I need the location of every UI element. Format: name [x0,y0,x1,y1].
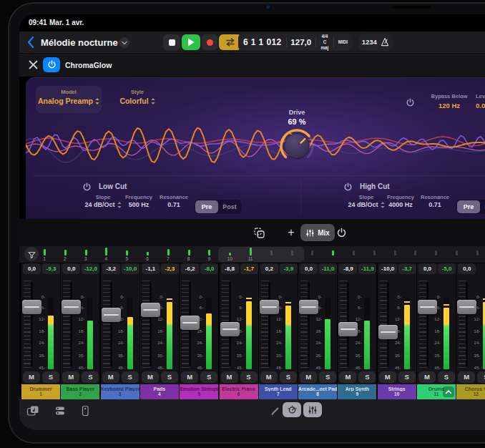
solo-button[interactable]: S [319,371,336,383]
lcd-display[interactable]: 6 1 1 012 127,0 4/4 C maj MIDI [238,34,353,51]
controls-view-button[interactable] [283,402,301,417]
overview-scroll-window[interactable] [218,247,304,262]
track-name[interactable]: Arcade...eet Pad8 [298,384,337,399]
mute-button[interactable]: M [23,371,40,383]
fader-cap[interactable] [62,300,81,314]
mute-button[interactable]: M [458,371,475,383]
back-button[interactable] [26,35,36,52]
high-cut-post-button[interactable]: Post [480,200,485,213]
mix-view-button[interactable]: Mix [300,224,335,241]
high-cut-resonance-value[interactable]: 0.71 [413,201,456,208]
solo-button[interactable]: S [42,371,59,383]
volume-readout[interactable]: 0,0 [418,263,436,274]
solo-button[interactable]: S [200,371,217,383]
bypass-power-button[interactable] [406,97,415,110]
plugin-power-button[interactable] [43,57,60,72]
track-name[interactable]: Drums11 [417,384,456,399]
model-value: Analog Preamp [38,97,93,105]
solo-button[interactable]: S [280,371,297,383]
mute-button[interactable]: M [379,371,396,383]
low-cut-resonance-value[interactable]: 0.71 [152,201,195,208]
solo-button[interactable]: S [398,371,416,383]
track-name[interactable]: Chorus V12 [456,384,485,399]
fader-cap[interactable] [260,300,279,314]
mute-button[interactable]: M [102,371,119,383]
model-selector[interactable]: Model Analog Preamp [36,86,102,113]
volume-readout[interactable]: 0,2 [260,263,278,274]
level-control[interactable]: Level 0.0 [476,93,485,109]
fader-cap[interactable] [220,322,240,336]
duplicate-button[interactable] [250,225,268,240]
low-cut-post-button[interactable]: Post [218,200,241,213]
close-plugin-button[interactable] [28,59,39,73]
volume-readout[interactable]: -8,9 [339,263,357,274]
volume-readout[interactable]: -8,8 [221,263,239,274]
volume-readout[interactable]: 0,0 [62,263,80,274]
count-in-group[interactable]: 1234 [359,34,393,51]
fader-cap[interactable] [180,316,200,330]
volume-readout[interactable]: -10,0 [379,263,397,274]
fader-cap[interactable] [102,308,121,322]
style-selector[interactable]: Style Colorful [104,86,170,113]
fader-cap[interactable] [299,300,318,314]
track-name[interactable]: Keyboard Player3 [101,384,139,399]
high-cut-pre-button[interactable]: Pre [457,200,480,213]
track-name[interactable]: Synth Lead7 [259,384,298,399]
track-name[interactable]: Bass Player2 [61,384,99,399]
fader-cap[interactable] [418,300,437,314]
solo-button[interactable]: S [477,371,485,383]
mute-button[interactable]: M [181,371,198,383]
track-name[interactable]: Strings10 [378,384,416,399]
fader-cap[interactable] [378,325,398,339]
count-in-button[interactable]: 1234 [362,39,377,46]
low-cut-pre-button[interactable]: Pre [195,200,218,213]
mute-button[interactable]: M [221,371,238,383]
volume-readout[interactable]: 0,0 [300,263,318,274]
loops-browser-button[interactable] [25,404,41,417]
fader-cap[interactable] [338,322,358,336]
plugins-button[interactable] [52,404,68,417]
mute-button[interactable]: M [418,371,436,383]
volume-readout[interactable]: -6,2 [181,263,199,274]
solo-button[interactable]: S [122,371,139,383]
bypass-below-control[interactable]: Bypass Below 120 Hz [423,93,475,109]
high-cut-power-button[interactable] [343,182,353,195]
track-name[interactable]: Pads4 [140,384,179,399]
volume-readout[interactable]: -3,2 [102,263,120,274]
stop-button[interactable] [163,34,180,50]
solo-button[interactable]: S [358,371,376,383]
mute-button[interactable]: M [260,371,278,383]
volume-readout[interactable]: 0,0 [458,263,476,274]
mixer-view-button[interactable] [303,402,322,417]
project-title[interactable]: Mélodie nocturne [41,37,118,48]
edit-button[interactable] [268,404,283,417]
drive-knob[interactable] [275,125,318,167]
volume-readout[interactable]: -1,1 [142,263,160,274]
volume-readout[interactable]: 0,0 [23,263,41,274]
mute-button[interactable]: M [339,371,356,383]
project-menu-button[interactable] [119,37,129,48]
mixer-power-button[interactable] [333,225,350,240]
record-button[interactable] [202,34,217,50]
mute-button[interactable]: M [62,371,79,383]
fader-cap[interactable] [141,303,160,317]
fader-cap[interactable] [457,300,476,314]
track-name[interactable]: Electric Piano6 [220,384,258,399]
track-name[interactable]: Drummer1 [21,384,60,399]
metronome-icon[interactable] [380,37,390,47]
track-name[interactable]: Arp Synth9 [338,384,376,399]
add-track-button[interactable]: + [283,225,300,240]
track-name[interactable]: Emotion Strings5 [180,384,218,399]
low-cut-power-button[interactable] [82,182,92,195]
solo-button[interactable]: S [438,371,455,383]
play-button[interactable] [182,34,200,50]
solo-button[interactable]: S [82,371,99,383]
mute-button[interactable]: M [142,371,159,383]
solo-button[interactable]: S [240,371,258,383]
controller-button[interactable] [77,404,93,417]
solo-button[interactable]: S [161,371,178,383]
stack-collapse-button[interactable] [443,386,454,397]
mute-button[interactable]: M [300,371,317,383]
power-icon [47,60,57,69]
fader-cap[interactable] [22,300,41,314]
